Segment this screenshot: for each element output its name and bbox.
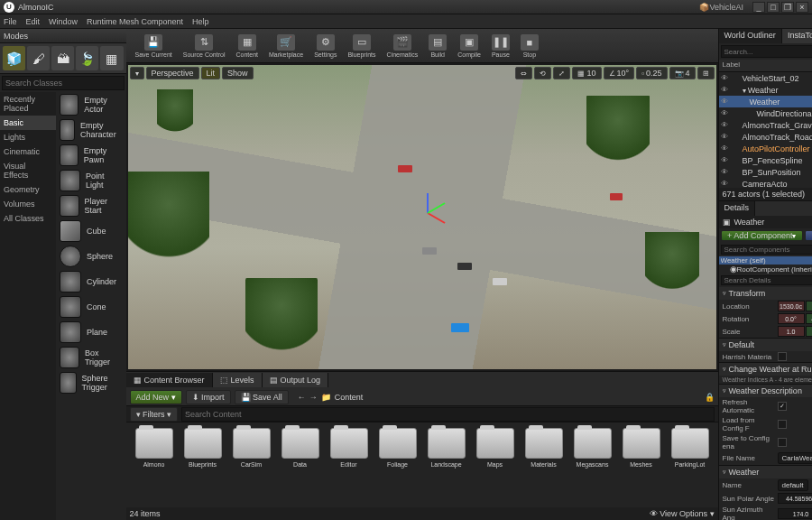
nav-back-button[interactable]: ← bbox=[298, 393, 306, 402]
nav-forward-button[interactable]: → bbox=[309, 393, 318, 402]
rotation-x[interactable] bbox=[778, 313, 805, 324]
toolbar-save-current[interactable]: 💾Save Current bbox=[130, 34, 178, 58]
snap-rotate-button[interactable]: ⟲ bbox=[534, 67, 551, 79]
place-item[interactable]: Box Trigger bbox=[56, 345, 126, 370]
sun-azimuth-angle[interactable] bbox=[778, 508, 812, 519]
tab-details[interactable]: Details bbox=[719, 201, 756, 216]
save-all-button[interactable]: 💾 Save All bbox=[235, 390, 289, 404]
folder-megascans[interactable]: Megascans bbox=[570, 428, 615, 502]
restore-button[interactable]: ❐ bbox=[781, 2, 794, 13]
mode-landscape[interactable]: 🏔 bbox=[51, 46, 74, 70]
folder-carsim[interactable]: CarSim bbox=[229, 428, 274, 502]
viewport-lit-button[interactable]: Lit bbox=[201, 67, 221, 79]
toolbar-source-control[interactable]: ⇅Source Control bbox=[178, 34, 231, 58]
toolbar-stop[interactable]: ■Stop bbox=[515, 34, 544, 58]
viewport-perspective-button[interactable]: Perspective bbox=[146, 67, 199, 79]
edit-blueprint-button[interactable]: ✎ Edit Blueprint bbox=[805, 230, 812, 241]
scale-y[interactable] bbox=[806, 326, 812, 337]
import-button[interactable]: ⬇ Import bbox=[186, 390, 231, 404]
tab-content-browser[interactable]: ▦ Content Browser bbox=[126, 373, 213, 387]
harrish-checkbox[interactable] bbox=[778, 352, 787, 361]
minimize-button[interactable]: _ bbox=[752, 2, 765, 13]
viewport-options-button[interactable]: ▾ bbox=[130, 67, 144, 79]
details-search-input[interactable] bbox=[721, 275, 812, 285]
modes-panel-header[interactable]: Modes bbox=[0, 29, 126, 43]
outliner-col-label[interactable]: Label bbox=[719, 60, 812, 71]
content-view-options[interactable]: 👁 View Options ▾ bbox=[650, 509, 715, 518]
toolbar-compile[interactable]: ▣Compile bbox=[452, 34, 486, 58]
section-weather-desc[interactable]: ▿Weather Description bbox=[719, 385, 812, 397]
filters-button[interactable]: ▾ Filters ▾ bbox=[130, 407, 179, 422]
breadcrumb-path[interactable]: Content bbox=[335, 393, 364, 402]
folder-almono[interactable]: Almono bbox=[132, 428, 177, 502]
place-item[interactable]: Sphere bbox=[56, 244, 126, 269]
save-config-checkbox[interactable] bbox=[778, 438, 787, 447]
tab-instatoport[interactable]: InstaToport bbox=[782, 29, 812, 43]
place-item[interactable]: Cylinder bbox=[56, 269, 126, 294]
toolbar-blueprints[interactable]: ▭Blueprints bbox=[342, 34, 381, 58]
outliner-row[interactable]: 👁AutoPilotControllerAutoPilotCont bbox=[719, 143, 812, 154]
content-search-input[interactable] bbox=[181, 407, 714, 422]
menu-edit[interactable]: Edit bbox=[26, 17, 41, 26]
folder-blueprints[interactable]: Blueprints bbox=[180, 428, 226, 502]
load-config-checkbox[interactable] bbox=[778, 420, 787, 429]
add-new-button[interactable]: Add New ▾ bbox=[130, 390, 182, 404]
filename-field[interactable]: CarlaWeather.ini bbox=[778, 452, 812, 464]
toolbar-settings[interactable]: ⚙Settings bbox=[309, 34, 342, 58]
mode-place[interactable]: 🧊 bbox=[3, 46, 25, 70]
category-all-classes[interactable]: All Classes bbox=[0, 211, 56, 226]
category-visual-effects[interactable]: Visual Effects bbox=[0, 159, 56, 182]
toolbar-cinematics[interactable]: 🎬Cinematics bbox=[382, 34, 424, 58]
component-root[interactable]: ◉RootComponent (Inherited) bbox=[719, 265, 812, 274]
scale-x[interactable] bbox=[778, 326, 805, 337]
folder-parkinglot[interactable]: ParkingLot bbox=[668, 428, 713, 502]
viewport-show-button[interactable]: Show bbox=[222, 67, 254, 79]
close-button[interactable]: × bbox=[796, 2, 808, 13]
folder-meshes[interactable]: Meshes bbox=[619, 428, 664, 502]
toolbar-content[interactable]: ▦Content bbox=[230, 34, 263, 58]
place-item[interactable]: Plane bbox=[56, 320, 126, 345]
folder-editor[interactable]: Editor bbox=[327, 428, 372, 502]
toolbar-pause[interactable]: ❚❚Pause bbox=[486, 34, 515, 58]
mode-geometry[interactable]: ▦ bbox=[100, 46, 123, 70]
modes-search-input[interactable] bbox=[2, 76, 125, 90]
component-self[interactable]: Weather (self) bbox=[719, 256, 812, 265]
snap-scale-button[interactable]: ⤢ bbox=[553, 67, 570, 79]
place-item[interactable]: Empty Character bbox=[56, 117, 126, 143]
components-search-input[interactable] bbox=[721, 245, 812, 255]
toolbar-marketplace[interactable]: 🛒Marketplace bbox=[263, 34, 309, 58]
outliner-row[interactable]: 👁WeatherEdit Weather bbox=[719, 96, 812, 107]
place-item[interactable]: Cube bbox=[56, 218, 126, 244]
weather-name-field[interactable]: default bbox=[778, 479, 808, 491]
transform-gizmo[interactable] bbox=[410, 193, 446, 229]
refresh-checkbox[interactable]: ✓ bbox=[778, 402, 787, 411]
menu-help[interactable]: Help bbox=[192, 17, 209, 26]
mode-paint[interactable]: 🖌 bbox=[27, 46, 50, 70]
add-component-button[interactable]: + Add Component ▾ bbox=[721, 230, 804, 241]
tab-output-log[interactable]: ▤ Output Log bbox=[263, 373, 329, 387]
snap-angle-value[interactable]: ∠ 10° bbox=[604, 67, 635, 79]
place-item[interactable]: Player Start bbox=[56, 193, 126, 218]
category-basic[interactable]: Basic bbox=[0, 116, 56, 130]
section-weather[interactable]: ▿Weather bbox=[719, 466, 812, 478]
place-item[interactable]: Cone bbox=[56, 294, 126, 320]
snap-grid-value[interactable]: ▦ 10 bbox=[572, 67, 601, 79]
category-cinematic[interactable]: Cinematic bbox=[0, 144, 56, 159]
category-recently-placed[interactable]: Recently Placed bbox=[0, 92, 56, 116]
category-lights[interactable]: Lights bbox=[0, 130, 56, 144]
camera-speed-button[interactable]: 📷 4 bbox=[669, 67, 696, 79]
menu-file[interactable]: File bbox=[4, 17, 17, 26]
rotation-y[interactable] bbox=[806, 313, 812, 324]
category-volumes[interactable]: Volumes bbox=[0, 197, 56, 211]
toolbar-build[interactable]: ▤Build bbox=[423, 34, 452, 58]
outliner-row[interactable]: 👁BP_SunPositionEdit BP_SunPo bbox=[719, 166, 812, 178]
sun-polar-angle[interactable] bbox=[778, 493, 812, 504]
location-x[interactable] bbox=[778, 301, 805, 311]
menu-window[interactable]: Window bbox=[49, 17, 78, 26]
folder-materials[interactable]: Materials bbox=[521, 428, 567, 502]
outliner-search-input[interactable] bbox=[721, 45, 812, 58]
outliner-row[interactable]: 👁WindDirectionalSource1WindDirectiona bbox=[719, 107, 812, 119]
folder-maps[interactable]: Maps bbox=[473, 428, 518, 502]
mode-foliage[interactable]: 🍃 bbox=[76, 46, 98, 70]
place-item[interactable]: Sphere Trigger bbox=[56, 370, 126, 395]
